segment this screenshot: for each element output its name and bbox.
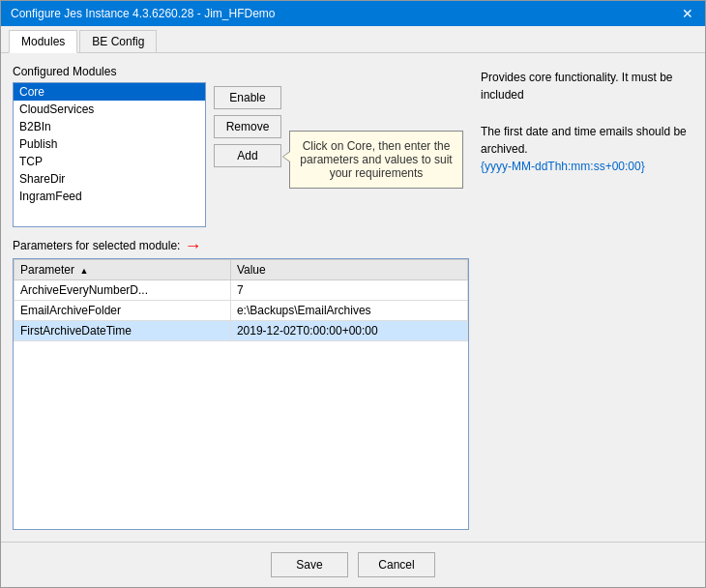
add-button[interactable]: Add	[214, 144, 281, 167]
save-button[interactable]: Save	[271, 552, 348, 577]
table-row[interactable]: EmailArchiveFolder e:\Backups\EmailArchi…	[15, 301, 468, 321]
col-parameter: Parameter ▲	[15, 260, 231, 280]
format-label: {yyyy-MM-ddThh:mm:ss+00:00}	[481, 160, 645, 173]
table-row-selected[interactable]: FirstArchiveDateTime 2019-12-02T0:00:00+…	[15, 321, 468, 341]
tooltip-box: Click on Core, then enter the parameters…	[289, 131, 463, 189]
module-buttons: Enable Remove Add	[214, 82, 281, 227]
tab-modules[interactable]: Modules	[9, 30, 77, 53]
param-name: ArchiveEveryNumberD...	[15, 280, 231, 301]
param-name: FirstArchiveDateTime	[15, 321, 231, 341]
module-item-publish[interactable]: Publish	[14, 135, 205, 153]
cancel-button[interactable]: Cancel	[358, 552, 435, 577]
tab-beconfig[interactable]: BE Config	[79, 30, 157, 52]
red-arrow-icon: →	[184, 237, 201, 254]
module-item-core[interactable]: Core	[14, 83, 205, 101]
enable-button[interactable]: Enable	[214, 86, 281, 109]
modules-area: Core CloudServices B2BIn Publish TCP Sha…	[13, 82, 469, 227]
left-panel: Configured Modules Core CloudServices B2…	[13, 65, 469, 530]
table-row[interactable]: ArchiveEveryNumberD... 7	[15, 280, 468, 301]
col-value: Value	[230, 260, 467, 280]
footer: Save Cancel	[1, 542, 705, 587]
params-table: Parameter ▲ Value ArchiveEveryNumberD...	[14, 259, 468, 341]
close-button[interactable]: ✕	[680, 7, 695, 20]
right-info-top: Provides core functionality. It must be …	[481, 69, 693, 103]
modules-label: Configured Modules	[13, 65, 469, 78]
remove-button[interactable]: Remove	[214, 115, 281, 138]
tab-bar: Modules BE Config	[1, 26, 705, 53]
module-item-ingramfeed[interactable]: IngramFeed	[14, 188, 205, 205]
param-value: 2019-12-02T0:00:00+00:00	[230, 321, 467, 341]
module-item-cloudservices[interactable]: CloudServices	[14, 101, 205, 118]
window-title: Configure Jes Instance 4.3.6260.28 - Jim…	[11, 7, 275, 20]
module-item-tcp[interactable]: TCP	[14, 153, 205, 170]
module-item-b2bin[interactable]: B2BIn	[14, 118, 205, 135]
params-label: Parameters for selected module: →	[13, 237, 469, 254]
param-name: EmailArchiveFolder	[15, 301, 231, 321]
modules-list[interactable]: Core CloudServices B2BIn Publish TCP Sha…	[13, 82, 206, 227]
modules-section: Configured Modules Core CloudServices B2…	[13, 65, 469, 227]
right-info-bottom: The first date and time emails should be…	[481, 123, 693, 175]
param-value: e:\Backups\EmailArchives	[230, 301, 467, 321]
main-content: Configured Modules Core CloudServices B2…	[1, 53, 705, 542]
param-value: 7	[230, 280, 467, 301]
title-bar: Configure Jes Instance 4.3.6260.28 - Jim…	[1, 1, 705, 26]
module-item-sharedir[interactable]: ShareDir	[14, 170, 205, 188]
main-window: Configure Jes Instance 4.3.6260.28 - Jim…	[0, 0, 706, 588]
sort-arrow-icon: ▲	[79, 266, 88, 276]
params-section: Parameters for selected module: → Parame…	[13, 237, 469, 530]
params-table-container[interactable]: Parameter ▲ Value ArchiveEveryNumberD...	[13, 258, 469, 530]
right-panel: Provides core functionality. It must be …	[481, 65, 693, 530]
